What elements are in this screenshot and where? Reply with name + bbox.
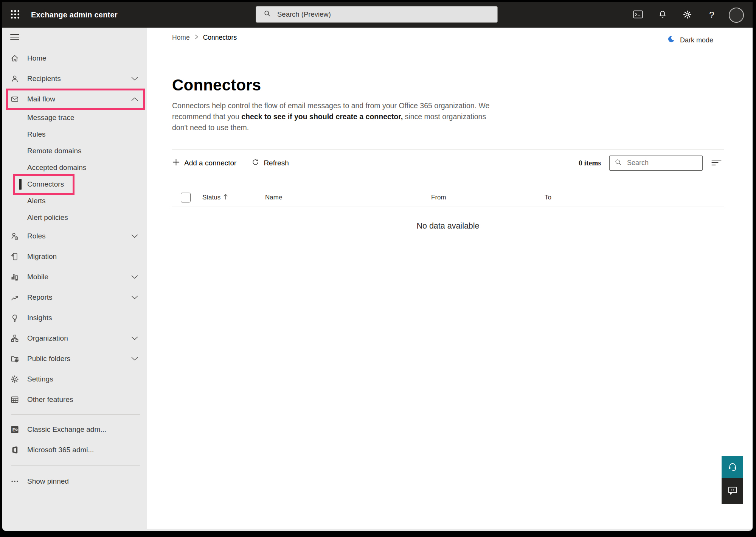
table-icon — [10, 395, 19, 404]
column-label: From — [431, 194, 446, 201]
search-icon — [615, 159, 622, 167]
sidebar-item-roles[interactable]: Roles — [2, 226, 147, 246]
app-launcher-button[interactable] — [6, 6, 24, 24]
settings-gear-button[interactable] — [680, 7, 695, 23]
gear-icon — [683, 10, 692, 20]
account-avatar[interactable] — [729, 8, 744, 23]
sidebar-item-mail-flow[interactable]: Mail flow — [2, 89, 147, 109]
sidebar-item-classic-exchange[interactable]: E Classic Exchange adm... — [2, 419, 147, 440]
column-header-to[interactable]: To — [545, 194, 551, 201]
breadcrumb-current: Connectors — [203, 34, 237, 42]
sidebar-item-recipients[interactable]: Recipients — [2, 68, 147, 89]
sidebar-item-label: Settings — [27, 375, 53, 383]
filter-lines-icon — [711, 159, 722, 168]
sidebar-item-home[interactable]: Home — [2, 48, 147, 68]
sidebar-item-label: Home — [27, 54, 47, 62]
main-content: Home Connectors Dark mode Connectors Con… — [147, 28, 753, 529]
sidebar-item-reports[interactable]: Reports — [2, 287, 147, 308]
dark-mode-label: Dark mode — [680, 36, 713, 44]
column-header-status[interactable]: Status — [202, 193, 228, 202]
select-all-checkbox[interactable] — [181, 193, 191, 202]
sidebar-item-label: Organization — [27, 334, 68, 342]
sidebar-item-mobile[interactable]: Mobile — [2, 267, 147, 287]
sidebar-item-alert-policies[interactable]: Alert policies — [2, 209, 147, 226]
sidebar-item-label: Connectors — [27, 180, 64, 188]
description-link[interactable]: check to see if you should create a conn… — [241, 112, 403, 121]
sidebar-divider — [11, 465, 140, 466]
chevron-right-icon — [194, 34, 199, 42]
folder-globe-icon — [10, 354, 19, 363]
chevron-down-icon — [131, 296, 138, 299]
sidebar-item-accepted-domains[interactable]: Accepted domains — [2, 159, 147, 176]
sidebar-item-label: Public folders — [27, 355, 70, 363]
column-label: To — [545, 194, 551, 201]
feedback-button[interactable] — [722, 478, 743, 504]
hamburger-icon — [10, 34, 19, 42]
list-search-input[interactable] — [626, 159, 694, 167]
items-count: 0 items — [579, 159, 601, 167]
sidebar-item-label: Accepted domains — [27, 163, 86, 172]
sidebar-item-label: Insights — [27, 314, 52, 322]
sidebar-item-message-trace[interactable]: Message trace — [2, 109, 147, 126]
list-search[interactable] — [609, 156, 703, 171]
home-icon — [10, 54, 19, 63]
refresh-button[interactable]: Refresh — [251, 158, 289, 168]
sidebar-item-label: Mail flow — [27, 95, 55, 103]
left-nav: Home Recipients Mail flow — [2, 28, 147, 531]
support-button[interactable] — [722, 456, 743, 478]
dark-mode-toggle[interactable]: Dark mode — [664, 34, 716, 46]
topbar-search-input[interactable] — [276, 10, 473, 19]
search-icon — [264, 10, 271, 19]
sidebar-item-label: Alert policies — [27, 213, 68, 222]
sidebar-item-label: Recipients — [27, 75, 61, 83]
sidebar-item-public-folders[interactable]: Public folders — [2, 349, 147, 369]
column-header-from[interactable]: From — [431, 194, 446, 201]
sidebar-item-label: Rules — [27, 130, 46, 139]
question-icon: ? — [709, 10, 714, 20]
breadcrumb-home-link[interactable]: Home — [172, 34, 190, 42]
app-window: Exchange admin center — [2, 2, 753, 531]
gear-icon — [10, 375, 19, 384]
chevron-down-icon — [131, 234, 138, 238]
sidebar-item-alerts[interactable]: Alerts — [2, 193, 147, 209]
column-label: Status — [202, 194, 220, 201]
add-connector-button[interactable]: Add a connector — [172, 158, 236, 168]
sidebar-item-rules[interactable]: Rules — [2, 126, 147, 143]
topbar-search[interactable] — [256, 6, 498, 23]
sidebar-item-migration[interactable]: Migration — [2, 246, 147, 267]
help-button[interactable]: ? — [704, 7, 719, 23]
filter-button[interactable] — [709, 158, 724, 168]
sidebar-item-label: Roles — [27, 232, 46, 240]
sidebar-item-insights[interactable]: Insights — [2, 308, 147, 328]
sidebar-item-label: Message trace — [27, 114, 75, 122]
sidebar-item-m365-admin[interactable]: Microsoft 365 admi... — [2, 440, 147, 460]
refresh-label: Refresh — [264, 159, 289, 167]
sidebar-item-show-pinned[interactable]: Show pinned — [2, 471, 147, 492]
sidebar-item-remote-domains[interactable]: Remote domains — [2, 143, 147, 159]
org-chart-icon — [10, 334, 19, 343]
ellipsis-icon — [10, 477, 19, 486]
column-header-name[interactable]: Name — [265, 194, 282, 201]
svg-text:E: E — [12, 427, 16, 433]
notifications-button[interactable] — [655, 7, 670, 23]
sidebar-item-connectors[interactable]: Connectors — [2, 176, 147, 193]
line-chart-icon — [10, 293, 19, 302]
sidebar-divider — [11, 414, 140, 415]
document-arrow-icon — [10, 252, 19, 261]
headset-icon — [727, 461, 738, 473]
sidebar-item-organization[interactable]: Organization — [2, 328, 147, 349]
envelope-icon — [10, 95, 19, 104]
chevron-up-icon — [131, 97, 138, 101]
sidebar-item-settings[interactable]: Settings — [2, 369, 147, 389]
nav-collapse-button[interactable] — [7, 30, 22, 45]
list-toolbar: Add a connector Refresh 0 items — [172, 149, 724, 176]
bell-icon — [658, 10, 667, 20]
person-icon — [10, 74, 19, 83]
empty-state-message: No data available — [172, 221, 724, 231]
page-title: Connectors — [172, 76, 261, 94]
sidebar-item-label: Mobile — [27, 273, 48, 281]
sidebar-item-other-features[interactable]: Other features — [2, 389, 147, 410]
sidebar-item-label: Other features — [27, 395, 73, 404]
nav-list: Home Recipients Mail flow — [2, 48, 147, 492]
cloud-shell-button[interactable] — [630, 7, 646, 23]
